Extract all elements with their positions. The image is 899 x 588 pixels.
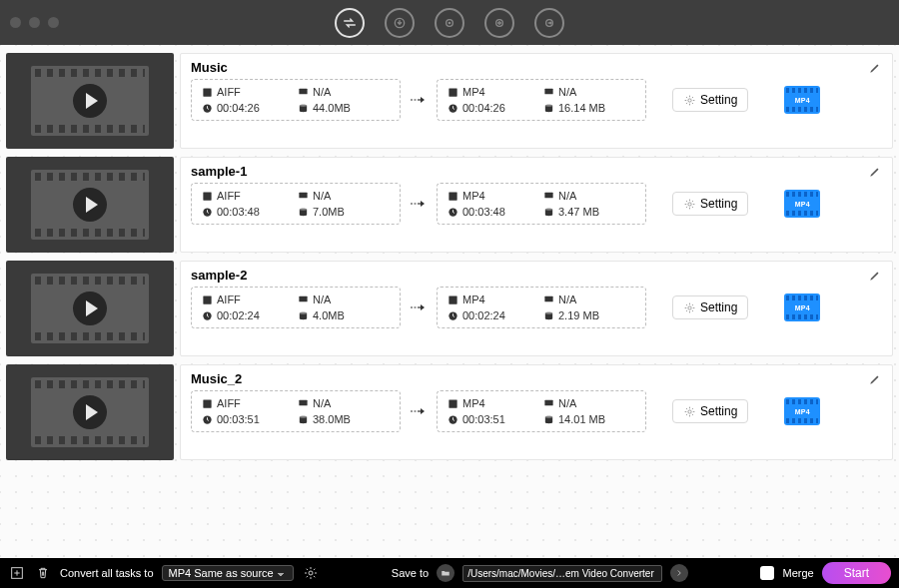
- toolbar-convert-icon[interactable]: [335, 8, 365, 38]
- setting-button[interactable]: Setting: [672, 399, 748, 423]
- filmstrip-icon: [31, 377, 149, 447]
- bottom-bar: Convert all tasks to MP4 Same as source …: [0, 558, 899, 588]
- video-thumbnail[interactable]: [6, 261, 174, 356]
- gear-icon: [683, 198, 696, 211]
- format-settings-button[interactable]: [302, 564, 320, 582]
- task-card: Music_2 AIFF N/A 00:03:51 38.0MB MP4 N/A…: [180, 364, 893, 460]
- video-thumbnail[interactable]: [6, 364, 174, 460]
- target-resolution: N/A: [558, 397, 576, 409]
- output-format-chip-label: MP4: [795, 201, 810, 208]
- source-info-box[interactable]: AIFF N/A 00:03:51 38.0MB: [191, 390, 401, 432]
- video-thumbnail[interactable]: [6, 53, 174, 149]
- arrow-icon: [407, 302, 431, 312]
- save-to-label: Save to: [392, 567, 429, 579]
- output-format-select[interactable]: MP4 Same as source: [162, 565, 294, 581]
- source-resolution: N/A: [313, 397, 331, 409]
- target-info-box[interactable]: MP4 N/A 00:03:48 3.47 MB: [437, 183, 646, 225]
- target-format: MP4: [462, 397, 485, 409]
- setting-button[interactable]: Setting: [672, 192, 748, 216]
- toolbar-add-icon[interactable]: [484, 8, 514, 38]
- save-path-field[interactable]: /Users/mac/Movies/…em Video Converter: [462, 565, 662, 582]
- output-format-chip[interactable]: MP4: [784, 190, 820, 218]
- task-row: Music AIFF N/A 00:04:26 44.0MB MP4 N/A 0…: [6, 53, 893, 149]
- output-format-chip-label: MP4: [795, 304, 810, 311]
- monitor-icon: [543, 191, 554, 202]
- edit-title-icon[interactable]: [868, 165, 882, 179]
- setting-label: Setting: [700, 197, 737, 211]
- edit-title-icon[interactable]: [868, 269, 882, 283]
- film-icon: [202, 191, 213, 202]
- output-format-chip[interactable]: MP4: [784, 86, 820, 114]
- traffic-minimize[interactable]: [29, 17, 40, 28]
- monitor-icon: [543, 398, 554, 409]
- monitor-icon: [543, 87, 554, 98]
- svg-point-6: [309, 571, 313, 575]
- setting-button[interactable]: Setting: [672, 295, 748, 319]
- film-icon: [202, 87, 213, 98]
- target-info-box[interactable]: MP4 N/A 00:02:24 2.19 MB: [437, 287, 646, 328]
- gear-icon: [683, 94, 696, 107]
- clock-icon: [202, 310, 213, 321]
- traffic-zoom[interactable]: [48, 17, 59, 28]
- source-duration: 00:02:24: [217, 309, 260, 321]
- gear-icon: [683, 301, 696, 314]
- disk-icon: [543, 207, 554, 218]
- edit-title-icon[interactable]: [868, 61, 882, 75]
- video-thumbnail[interactable]: [6, 157, 174, 253]
- task-card: sample-1 AIFF N/A 00:03:48 7.0MB MP4 N/A…: [180, 157, 893, 253]
- source-info-box[interactable]: AIFF N/A 00:02:24 4.0MB: [191, 287, 401, 328]
- clock-icon: [202, 414, 213, 425]
- target-duration: 00:04:26: [462, 102, 505, 114]
- target-resolution: N/A: [558, 86, 576, 98]
- toolbar-center: [0, 8, 899, 38]
- disk-icon: [298, 414, 309, 425]
- edit-title-icon[interactable]: [868, 372, 882, 386]
- setting-label: Setting: [700, 300, 737, 314]
- toolbar-export-icon[interactable]: [534, 8, 564, 38]
- output-format-chip[interactable]: MP4: [784, 397, 820, 425]
- source-info-box[interactable]: AIFF N/A 00:03:48 7.0MB: [191, 183, 401, 225]
- clock-icon: [448, 103, 458, 114]
- disk-icon: [543, 414, 554, 425]
- traffic-close[interactable]: [10, 17, 21, 28]
- source-duration: 00:04:26: [217, 102, 260, 114]
- source-info-box[interactable]: AIFF N/A 00:04:26 44.0MB: [191, 79, 401, 121]
- source-resolution: N/A: [313, 294, 331, 305]
- source-duration: 00:03:48: [217, 206, 260, 218]
- task-title: sample-1: [191, 164, 247, 179]
- setting-label: Setting: [700, 404, 737, 418]
- target-info-box[interactable]: MP4 N/A 00:04:26 16.14 MB: [437, 79, 646, 121]
- toolbar-edit-icon[interactable]: [435, 8, 464, 38]
- output-format-chip[interactable]: MP4: [784, 294, 820, 321]
- source-resolution: N/A: [313, 86, 331, 98]
- add-task-button[interactable]: [8, 564, 26, 582]
- merge-label: Merge: [782, 567, 813, 579]
- source-format: AIFF: [217, 86, 241, 98]
- film-icon: [448, 294, 458, 305]
- play-icon: [73, 395, 107, 429]
- target-format: MP4: [462, 86, 485, 98]
- task-title: sample-2: [191, 268, 247, 283]
- target-info-box[interactable]: MP4 N/A 00:03:51 14.01 MB: [437, 390, 646, 432]
- play-icon: [73, 84, 107, 118]
- target-size: 14.01 MB: [558, 413, 605, 425]
- target-format: MP4: [462, 294, 485, 305]
- toolbar-download-icon[interactable]: [385, 8, 415, 38]
- output-format-chip-label: MP4: [795, 97, 810, 104]
- start-button[interactable]: Start: [822, 562, 891, 584]
- monitor-icon: [298, 294, 309, 305]
- filmstrip-icon: [31, 274, 149, 343]
- source-format: AIFF: [217, 190, 241, 202]
- task-row: sample-2 AIFF N/A 00:02:24 4.0MB MP4 N/A…: [6, 261, 893, 356]
- open-folder-button[interactable]: [670, 564, 688, 582]
- target-size: 2.19 MB: [558, 309, 599, 321]
- source-size: 4.0MB: [313, 309, 345, 321]
- merge-checkbox[interactable]: [760, 566, 774, 580]
- clock-icon: [448, 310, 458, 321]
- setting-label: Setting: [700, 93, 737, 107]
- delete-task-button[interactable]: [34, 564, 52, 582]
- setting-button[interactable]: Setting: [672, 88, 748, 112]
- window-traffic-lights: [10, 17, 59, 28]
- folder-icon[interactable]: [437, 564, 454, 582]
- target-resolution: N/A: [558, 294, 576, 305]
